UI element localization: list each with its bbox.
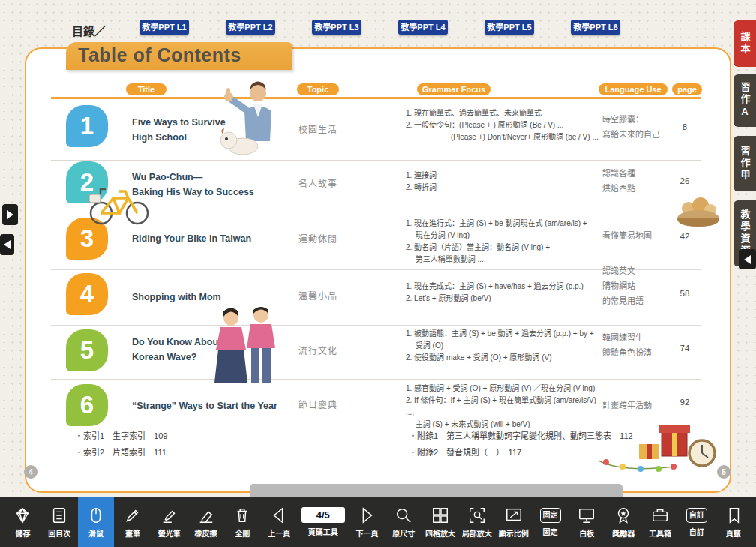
edge-back-button-right[interactable] (739, 249, 756, 269)
toolbox-icon (651, 506, 669, 524)
column-header-page: page (672, 83, 702, 95)
ppt-button-row: 教學PPT L1 教學PPT L2 教學PPT L3 教學PPT L4 教學PP… (140, 20, 620, 35)
unit-topic: 運動休閒 (291, 232, 345, 245)
column-header-language: Language Use (598, 83, 668, 95)
tool-custom[interactable]: 自訂 自訂 (678, 497, 715, 547)
photo-korean-couple (208, 306, 284, 387)
column-header-topic: Topic (297, 83, 339, 95)
tool-page-number[interactable]: 4/5 頁碼工具 (298, 497, 349, 547)
tool-label: 頁碼工具 (308, 526, 338, 537)
ppt-button-l6[interactable]: 教學PPT L6 (571, 20, 620, 35)
photo-student-thumbsup (208, 81, 297, 156)
save-icon (14, 506, 32, 524)
page-title: Table of Contents (66, 42, 292, 66)
tool-mouse[interactable]: 滑鼠 (78, 497, 115, 547)
unit-page-number: 58 (672, 289, 698, 298)
toc-icon (50, 506, 68, 524)
prev-page-icon (270, 506, 288, 524)
mouse-icon (87, 506, 105, 524)
decoration-gifts-clock (591, 414, 723, 479)
tool-label: 固定 (543, 526, 558, 537)
tool-label: 回目次 (48, 527, 70, 539)
column-header-grammar: Grammar Focus (417, 83, 490, 95)
unit-number-badge: 6 (66, 384, 108, 426)
unit-title[interactable]: Shopping with Mom (132, 290, 282, 305)
tool-delete-all[interactable]: 全刪 (224, 497, 261, 547)
tool-label: 白板 (579, 527, 594, 539)
tool-label: 原尺寸 (392, 527, 415, 539)
unit-grammar: 1. 現在簡單式、過去簡單式、未來簡單式 2. 一般使令句：(Please + … (406, 107, 599, 143)
edge-back-button[interactable] (0, 234, 14, 255)
highlighter-icon (160, 506, 178, 524)
unit-language-use: 韓國練習生 體驗角色扮演 (602, 331, 674, 361)
ppt-button-l5[interactable]: 教學PPT L5 (484, 20, 534, 35)
unit-grammar: 1. 被動語態：主詞 (S) + be 動詞 + 過去分詞 (p.p.) + b… (406, 328, 599, 364)
tool-next-page[interactable]: 下一頁 (349, 497, 386, 547)
toolbar: 儲存 回目次 滑鼠 畫筆 螢光筆 (0, 497, 756, 547)
tool-area-zoom[interactable]: 局部放大 (458, 497, 495, 547)
custom-icon-text: 自訂 (689, 512, 704, 519)
arrow-left-icon (4, 240, 10, 249)
tab-workbook-a[interactable]: 習作A (734, 74, 756, 127)
unit-title[interactable]: Riding Your Bike in Taiwan (132, 231, 282, 246)
unit-page-number: 8 (672, 122, 698, 131)
unit-grammar: 1. 連接詞 2. 轉折詞 (406, 170, 599, 194)
unit-number-badge: 5 (66, 329, 108, 371)
tool-prev-page[interactable]: 上一頁 (261, 497, 298, 547)
unit-page-number: 42 (672, 232, 698, 241)
unit-language-use: 認識各種 烘焙西點 (602, 167, 674, 197)
tool-label: 工具箱 (649, 527, 671, 539)
tool-label: 畫筆 (125, 527, 140, 539)
tool-toolbox[interactable]: 工具箱 (642, 497, 679, 547)
tool-whiteboard[interactable]: 白板 (568, 497, 605, 547)
next-page-icon (358, 506, 376, 524)
tool-label: 全刪 (235, 527, 250, 539)
tool-label: 局部放大 (462, 527, 492, 539)
tool-original-size[interactable]: 原尺寸 (386, 497, 422, 547)
column-header-title: Title (126, 83, 166, 95)
tab-workbook-jia[interactable]: 習作甲 (734, 136, 756, 191)
ppt-button-l1[interactable]: 教學PPT L1 (140, 20, 189, 35)
ebook-reader-app: 教學PPT L1 教學PPT L2 教學PPT L3 教學PPT L4 教學PP… (0, 0, 756, 547)
tool-pin[interactable]: 固定 固定 (532, 497, 568, 547)
trash-icon (233, 506, 251, 524)
tool-eraser[interactable]: 橡皮擦 (188, 497, 224, 547)
tool-display-ratio[interactable]: 顯示比例 (495, 497, 532, 547)
tool-highlighter[interactable]: 螢光筆 (151, 497, 188, 547)
corner-page-left: 4 (24, 465, 38, 479)
photo-bread-basket (675, 188, 722, 228)
tool-label: 螢光筆 (158, 527, 181, 539)
tool-reward[interactable]: 獎勵器 (605, 497, 642, 547)
photo-yellow-bike (85, 177, 154, 227)
tab-textbook[interactable]: 課本 (734, 20, 756, 67)
index-note-1: ・索引1 生字索引 109 (75, 429, 167, 441)
ppt-button-l2[interactable]: 教學PPT L2 (226, 20, 275, 35)
page-shadow-strip (250, 484, 622, 499)
unit-title[interactable]: “Strange” Ways to Start the Year (132, 398, 282, 413)
area-zoom-icon (468, 506, 486, 524)
row-divider (51, 325, 700, 326)
unit-page-number: 26 (672, 176, 698, 185)
tool-back-to-toc[interactable]: 回目次 (41, 497, 78, 547)
tool-label: 自訂 (689, 526, 704, 537)
page-indicator[interactable]: 4/5 (302, 507, 345, 523)
custom-icon: 自訂 (686, 508, 707, 523)
tool-page-tabs[interactable]: 頁籤 (715, 497, 752, 547)
unit-number-badge: 4 (66, 273, 108, 315)
pen-icon (124, 506, 142, 524)
tool-save[interactable]: 儲存 (4, 497, 41, 547)
tool-label: 上一頁 (268, 527, 290, 539)
ppt-button-l4[interactable]: 教學PPT L4 (398, 20, 448, 35)
tool-label: 滑鼠 (88, 527, 104, 539)
unit-number-badge: 1 (66, 105, 108, 147)
pin-icon: 固定 (540, 508, 561, 523)
tool-four-pane-zoom[interactable]: 四格放大 (422, 497, 459, 547)
ppt-button-l3[interactable]: 教學PPT L3 (312, 20, 362, 35)
grid-icon (431, 506, 449, 524)
unit-topic: 節日慶典 (291, 398, 345, 410)
unit-topic: 名人故事 (291, 176, 345, 189)
edge-forward-button[interactable] (2, 204, 18, 225)
unit-language-use: 時空膠囊： 寫給未來的自己 (602, 113, 674, 143)
unit-title[interactable]: Wu Pao-Chun— Baking His Way to Success (132, 170, 282, 200)
tool-pen[interactable]: 畫筆 (114, 497, 151, 547)
